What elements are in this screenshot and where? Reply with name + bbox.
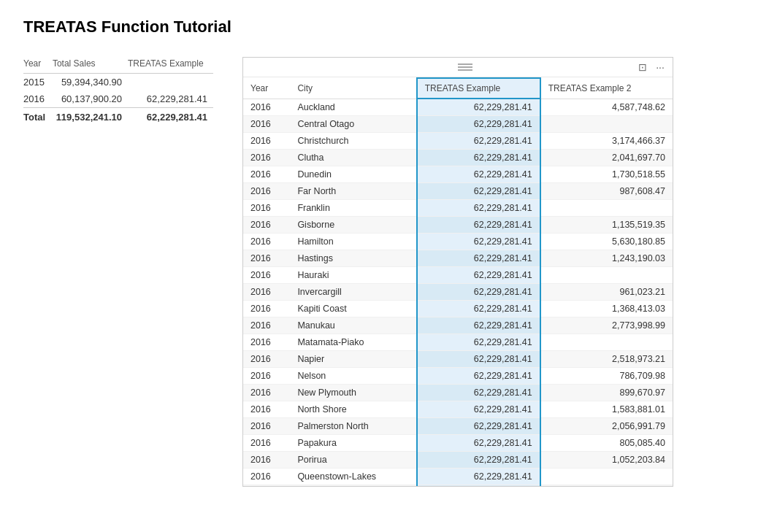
row-treatas: 62,229,281.41: [417, 368, 540, 385]
row-year: 2016: [243, 334, 290, 351]
row-year: 2016: [243, 99, 290, 116]
row-treatas2: 987,608.47: [540, 183, 673, 200]
row-treatas: 62,229,281.41: [417, 116, 540, 133]
row-year: 2016: [243, 301, 290, 317]
table-row: 2016 Hamilton 62,229,281.41 5,630,180.85: [243, 234, 673, 250]
left-table-row: 2015 59,394,340.90: [23, 74, 213, 91]
row-year: 2016: [243, 116, 290, 133]
main-col-treatas-header: TREATAS Example: [417, 78, 540, 99]
table-row: 2016 Rangitikei 62,229,281.41 1,337,881.…: [243, 485, 673, 487]
row-treatas: 62,229,281.41: [417, 334, 540, 351]
row-year: 2016: [243, 150, 290, 166]
row-year: 2016: [243, 485, 290, 487]
row-city: North Shore: [290, 401, 416, 418]
row-city: Nelson: [290, 368, 416, 385]
row-treatas: 62,229,281.41: [417, 418, 540, 435]
table-row: 2016 Gisborne 62,229,281.41 1,135,519.35: [243, 217, 673, 234]
row-city: Manukau: [290, 317, 416, 334]
row-treatas: 62,229,281.41: [417, 351, 540, 368]
main-col-year-header: Year: [243, 78, 290, 99]
row-treatas: 62,229,281.41: [417, 99, 540, 116]
table-row: 2016 Queenstown-Lakes 62,229,281.41: [243, 469, 673, 485]
row-treatas2: 2,041,697.70: [540, 150, 673, 166]
left-treatas-total: 62,229,281.41: [128, 108, 213, 126]
row-city: Matamata-Piako: [290, 334, 416, 351]
left-summary-table: Year Total Sales TREATAS Example 2015 59…: [23, 57, 213, 126]
row-treatas2: 5,630,180.85: [540, 234, 673, 250]
row-treatas2: 786,709.98: [540, 368, 673, 385]
row-treatas: 62,229,281.41: [417, 317, 540, 334]
table-row: 2016 Hauraki 62,229,281.41: [243, 267, 673, 284]
row-year: 2016: [243, 183, 290, 200]
row-city: Central Otago: [290, 116, 416, 133]
row-city: Franklin: [290, 200, 416, 217]
row-treatas: 62,229,281.41: [417, 284, 540, 301]
left-year: 2015: [23, 74, 53, 91]
row-treatas: 62,229,281.41: [417, 250, 540, 267]
left-total-sales: 59,394,340.90: [53, 74, 128, 91]
row-treatas: 62,229,281.41: [417, 183, 540, 200]
row-treatas2: 2,773,998.99: [540, 317, 673, 334]
row-treatas2: 1,368,413.03: [540, 301, 673, 317]
row-city: New Plymouth: [290, 385, 416, 401]
row-treatas2: 899,670.97: [540, 385, 673, 401]
row-treatas2: 1,243,190.03: [540, 250, 673, 267]
table-row: 2016 Manukau 62,229,281.41 2,773,998.99: [243, 317, 673, 334]
row-city: Palmerston North: [290, 418, 416, 435]
row-treatas: 62,229,281.41: [417, 133, 540, 150]
table-row: 2016 Franklin 62,229,281.41: [243, 200, 673, 217]
row-treatas2: 2,518,973.21: [540, 351, 673, 368]
row-year: 2016: [243, 267, 290, 284]
drag-handle[interactable]: [458, 63, 472, 71]
expand-icon[interactable]: ⊡: [636, 61, 649, 74]
row-year: 2016: [243, 435, 290, 452]
table-row: 2016 Invercargill 62,229,281.41 961,023.…: [243, 284, 673, 301]
row-year: 2016: [243, 317, 290, 334]
row-year: 2016: [243, 452, 290, 469]
row-year: 2016: [243, 368, 290, 385]
left-total-sales-total: 119,532,241.10: [53, 108, 128, 126]
row-treatas: 62,229,281.41: [417, 200, 540, 217]
left-year: 2016: [23, 90, 53, 108]
main-col-treatas2-header: TREATAS Example 2: [540, 78, 673, 99]
row-treatas: 62,229,281.41: [417, 485, 540, 487]
col-total-sales-header: Total Sales: [53, 57, 128, 74]
row-treatas2: [540, 469, 673, 485]
main-table-container[interactable]: Year City TREATAS Example TREATAS Exampl…: [243, 77, 673, 486]
main-col-city-header: City: [290, 78, 416, 99]
left-table-row: 2016 60,137,900.20 62,229,281.41: [23, 90, 213, 108]
row-treatas: 62,229,281.41: [417, 234, 540, 250]
row-city: Hastings: [290, 250, 416, 267]
row-year: 2016: [243, 284, 290, 301]
left-total-label: Total: [23, 108, 53, 126]
row-treatas: 62,229,281.41: [417, 301, 540, 317]
more-options-icon[interactable]: ···: [654, 61, 667, 74]
row-treatas2: 1,583,881.01: [540, 401, 673, 418]
left-total-row: Total 119,532,241.10 62,229,281.41: [23, 108, 213, 126]
left-treatas: 62,229,281.41: [128, 90, 213, 108]
row-year: 2016: [243, 250, 290, 267]
row-treatas2: [540, 267, 673, 284]
row-year: 2016: [243, 234, 290, 250]
table-row: 2016 Napier 62,229,281.41 2,518,973.21: [243, 351, 673, 368]
row-year: 2016: [243, 166, 290, 183]
row-city: Kapiti Coast: [290, 301, 416, 317]
row-treatas: 62,229,281.41: [417, 469, 540, 485]
row-city: Napier: [290, 351, 416, 368]
row-treatas2: 961,023.21: [540, 284, 673, 301]
row-city: Far North: [290, 183, 416, 200]
row-treatas2: 1,730,518.55: [540, 166, 673, 183]
row-city: Hauraki: [290, 267, 416, 284]
row-year: 2016: [243, 418, 290, 435]
row-treatas: 62,229,281.41: [417, 166, 540, 183]
main-data-table: Year City TREATAS Example TREATAS Exampl…: [243, 77, 673, 486]
row-treatas2: 1,337,881.12: [540, 485, 673, 487]
row-treatas2: 1,135,519.35: [540, 217, 673, 234]
table-row: 2016 Auckland 62,229,281.41 4,587,748.62: [243, 99, 673, 116]
page-title: TREATAS Function Tutorial: [23, 18, 754, 36]
row-treatas: 62,229,281.41: [417, 217, 540, 234]
row-year: 2016: [243, 200, 290, 217]
row-treatas2: 3,174,466.37: [540, 133, 673, 150]
row-treatas: 62,229,281.41: [417, 452, 540, 469]
left-total-sales: 60,137,900.20: [53, 90, 128, 108]
